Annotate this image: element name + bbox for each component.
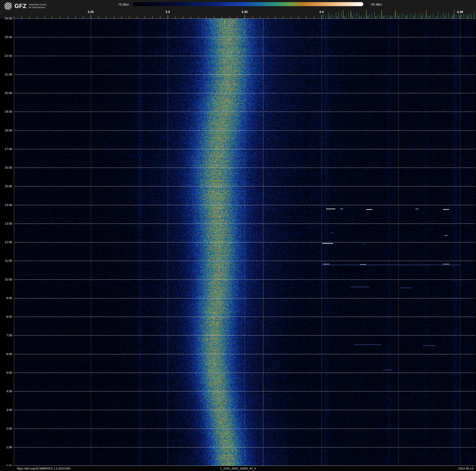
footer-bar: https://doi.org/10.5880/GFZ.1.2.2024.003… [0,466,476,471]
time-tick-label: 14:00 [5,203,12,207]
header-bar: GFZ Helmholtz Centre for Geosciences -75… [0,0,476,18]
time-tick-label: 21:00 [5,73,12,76]
time-tick-label: 1:00 [6,446,12,449]
time-tick-label: 10:00 [5,278,12,281]
footer-date: 2024-06-13 [458,467,473,470]
spectrogram-app: GFZ Helmholtz Centre for Geosciences -75… [0,0,476,471]
time-tick-label: 5:00 [6,371,12,375]
time-tick-label: 19:00 [5,110,12,113]
time-tick-label: 13:00 [5,222,12,225]
time-tick-label: 17:00 [5,147,12,151]
time-axis: 24:0023:0022:0021:0020:0019:0018:0017:00… [0,18,14,466]
time-tick-label: 15:00 [5,184,12,188]
time-tick-label: 6:00 [6,352,12,356]
time-tick-label: 8:00 [6,315,12,319]
time-tick-label: 11:00 [5,259,12,263]
time-tick-label: 9:00 [6,296,12,300]
time-tick-label: 4:00 [6,390,12,393]
time-tick-label: 22:00 [5,54,12,58]
time-tick-label: 16:00 [5,166,12,169]
time-tick-label: 20:00 [5,91,12,95]
time-tick-label: 2:00 [6,427,12,430]
time-tick-label: 12:00 [5,240,12,244]
time-tick-label: 24:00 [5,17,12,20]
plot-area [14,18,476,466]
time-tick-label: 3:00 [6,408,12,412]
time-tick-label: 23:00 [5,35,12,39]
footer-doi: https://doi.org/10.5880/GFZ.1.2.2024.003 [17,467,70,470]
time-tick-label: 7:00 [6,334,12,337]
axis-ticks-canvas [14,9,476,18]
time-tick-label: 18:00 [5,129,12,132]
spectrogram-canvas [14,18,476,466]
footer-filename: 1_2200_2500_10000_40_0 [220,467,256,470]
